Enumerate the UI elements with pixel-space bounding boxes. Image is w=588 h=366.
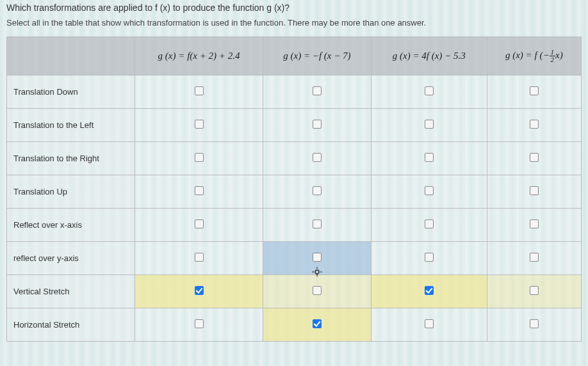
table-row: Translation Up <box>7 175 582 209</box>
cell-r4c2[interactable] <box>263 175 372 209</box>
cell-r4c4[interactable] <box>487 175 581 209</box>
checkbox-icon[interactable] <box>425 219 434 228</box>
cell-r2c2[interactable] <box>263 109 372 142</box>
cell-r8c1[interactable] <box>135 308 263 342</box>
cell-r7c4[interactable] <box>487 275 581 308</box>
cell-r8c4[interactable] <box>487 308 581 342</box>
row-label-translation-up: Translation Up <box>7 175 135 209</box>
checkbox-icon[interactable] <box>195 253 204 262</box>
header-col1: g (x) = f(x + 2) + 2.4 <box>135 37 263 76</box>
cell-r1c3[interactable] <box>371 76 487 109</box>
checkbox-icon[interactable] <box>530 286 539 295</box>
checkbox-icon[interactable] <box>313 286 322 295</box>
table-row: Translation to the Right <box>7 142 582 175</box>
row-label-translation-down: Translation Down <box>7 76 135 109</box>
checkbox-icon[interactable] <box>313 253 322 262</box>
checkbox-icon[interactable] <box>313 219 322 228</box>
checkbox-icon[interactable] <box>530 153 539 162</box>
cell-r1c2[interactable] <box>263 76 372 109</box>
cell-r4c3[interactable] <box>371 175 487 209</box>
checkbox-icon[interactable] <box>530 253 539 262</box>
checkbox-icon[interactable] <box>195 86 204 95</box>
row-label-vertical-stretch: Vertical Stretch <box>7 275 135 308</box>
checkbox-icon[interactable] <box>425 86 434 95</box>
checkbox-icon[interactable] <box>313 86 322 95</box>
checkbox-icon[interactable] <box>530 319 539 328</box>
header-col3: g (x) = 4f (x) − 5.3 <box>371 37 487 76</box>
table-row: Reflect over x-axis <box>7 209 582 242</box>
cell-r7c1[interactable] <box>135 275 263 308</box>
row-label-reflect-x: Reflect over x-axis <box>7 209 135 242</box>
cell-r7c3[interactable] <box>371 275 487 308</box>
checkbox-icon[interactable] <box>530 219 539 228</box>
cell-r6c3[interactable] <box>371 242 487 275</box>
checkbox-icon[interactable] <box>425 253 434 262</box>
table-row: Vertical Stretch <box>7 275 582 308</box>
cell-r3c3[interactable] <box>371 142 487 175</box>
cell-r5c3[interactable] <box>371 209 487 242</box>
cell-r6c2[interactable] <box>263 242 372 275</box>
checkbox-icon[interactable] <box>195 153 204 162</box>
instruction-text: Select all in the table that show which … <box>6 18 582 28</box>
cell-r4c1[interactable] <box>135 175 263 209</box>
table-row: Translation Down <box>7 76 582 109</box>
cell-r5c1[interactable] <box>135 209 263 242</box>
cell-r3c4[interactable] <box>487 142 581 175</box>
checkbox-icon[interactable] <box>425 186 434 195</box>
checkbox-icon[interactable] <box>195 186 204 195</box>
checkbox-icon[interactable] <box>425 120 434 129</box>
checkbox-icon[interactable] <box>313 186 322 195</box>
checkbox-icon[interactable] <box>195 120 204 129</box>
table-row: reflect over y-axis <box>7 242 582 275</box>
checkbox-icon[interactable] <box>425 286 434 295</box>
cell-r6c4[interactable] <box>487 242 581 275</box>
checkbox-icon[interactable] <box>425 319 434 328</box>
row-label-reflect-y: reflect over y-axis <box>7 242 135 275</box>
checkbox-icon[interactable] <box>425 153 434 162</box>
checkbox-icon[interactable] <box>195 319 204 328</box>
cell-r1c4[interactable] <box>487 76 581 109</box>
checkbox-icon[interactable] <box>313 319 322 328</box>
table-row: Translation to the Left <box>7 109 582 142</box>
cell-r3c2[interactable] <box>263 142 372 175</box>
cell-r8c3[interactable] <box>371 308 487 342</box>
cell-r2c3[interactable] <box>371 109 487 142</box>
cell-r5c4[interactable] <box>487 209 581 242</box>
header-blank <box>7 37 135 76</box>
cell-r7c2[interactable] <box>263 275 372 308</box>
checkbox-icon[interactable] <box>313 153 322 162</box>
checkbox-icon[interactable] <box>530 186 539 195</box>
checkbox-icon[interactable] <box>195 219 204 228</box>
row-label-translation-left: Translation to the Left <box>7 109 135 142</box>
row-label-horizontal-stretch: Horizontal Stretch <box>7 308 135 342</box>
checkbox-icon[interactable] <box>313 120 322 129</box>
checkbox-icon[interactable] <box>195 286 204 295</box>
table-row: Horizontal Stretch <box>7 308 582 342</box>
checkbox-icon[interactable] <box>530 86 539 95</box>
checkbox-icon[interactable] <box>530 120 539 129</box>
header-col2: g (x) = −f (x − 7) <box>263 37 372 76</box>
question-text: Which transformations are applied to f (… <box>6 3 582 13</box>
cell-r6c1[interactable] <box>135 242 263 275</box>
cell-r2c1[interactable] <box>135 109 263 142</box>
header-col4: g (x) = f (−12x) <box>487 37 581 76</box>
cell-r5c2[interactable] <box>263 209 372 242</box>
cell-r1c1[interactable] <box>135 76 263 109</box>
row-label-translation-right: Translation to the Right <box>7 142 135 175</box>
cell-r3c1[interactable] <box>135 142 263 175</box>
cell-r2c4[interactable] <box>487 109 581 142</box>
transformation-table: g (x) = f(x + 2) + 2.4 g (x) = −f (x − 7… <box>6 36 582 342</box>
cell-r8c2[interactable] <box>263 308 372 342</box>
